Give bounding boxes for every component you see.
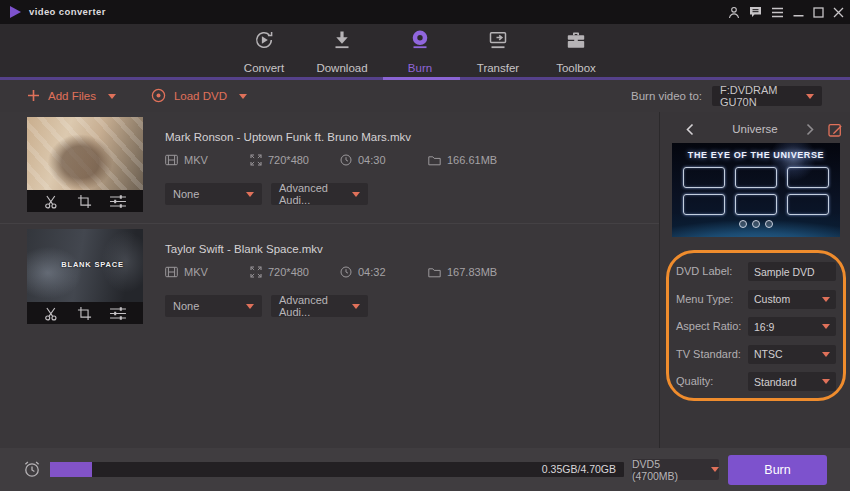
menu-type-dropdown[interactable]: Custom [748, 290, 836, 309]
subtitle-dropdown[interactable]: None [165, 183, 262, 205]
burn-to-label: Burn video to: [631, 90, 702, 102]
toolbox-icon [563, 27, 589, 57]
quality-label: Quality: [676, 375, 713, 387]
format-icon [165, 266, 178, 278]
dvd-label-input[interactable]: Sample DVD [748, 262, 836, 281]
dvd-label-value: Sample DVD [754, 266, 815, 278]
file-row[interactable]: Mark Ronson - Uptown Funk ft. Bruno Mars… [0, 112, 659, 224]
title-bar: video converter [0, 0, 850, 24]
quality-caret-icon [822, 379, 830, 384]
quality-dropdown[interactable]: Standard [748, 372, 836, 391]
file-title: Taylor Swift - Blank Space.mkv [165, 243, 323, 255]
disc-type-caret-icon [711, 467, 719, 472]
file-duration: 04:32 [358, 266, 386, 278]
tv-standard-dropdown[interactable]: NTSC [748, 345, 836, 364]
menu-type-caret-icon [822, 297, 830, 302]
folder-icon [428, 267, 441, 278]
template-edit-icon[interactable] [828, 122, 843, 137]
menu-type-label: Menu Type: [676, 293, 733, 305]
add-files-label: Add Files [48, 90, 96, 102]
record-disc-icon [151, 88, 166, 105]
tv-standard-value: NTSC [754, 348, 783, 360]
trim-icon[interactable] [43, 305, 60, 322]
active-tab-underline [383, 77, 460, 80]
file-size: 166.61MB [447, 154, 497, 166]
disc-type-dropdown[interactable]: DVD5 (4700MB) [632, 459, 719, 480]
audio-caret-icon [352, 304, 360, 309]
crop-icon[interactable] [77, 194, 92, 209]
load-dvd-label: Load DVD [174, 90, 227, 102]
menu-nav-dot [739, 220, 747, 228]
template-name: Universe [660, 117, 850, 141]
account-icon[interactable] [728, 6, 740, 19]
app-window: video converter [0, 0, 850, 491]
minimize-button[interactable] [793, 7, 804, 18]
plus-icon [27, 89, 40, 104]
file-row[interactable]: BLANK SPACE Taylor Swift - Blank Space.m… [0, 224, 659, 336]
file-format: MKV [184, 154, 208, 166]
audio-dropdown[interactable]: Advanced Audi... [271, 295, 368, 317]
effects-icon[interactable] [109, 306, 127, 321]
convert-icon [251, 27, 277, 57]
audio-dropdown-value: Advanced Audi... [279, 294, 352, 318]
video-thumbnail[interactable]: BLANK SPACE [27, 229, 143, 324]
thumbnail-image [27, 117, 143, 190]
menu-frame [683, 167, 725, 188]
burn-disc-icon [407, 27, 433, 57]
disc-type-value: DVD5 (4700MB) [632, 458, 705, 482]
dvd-menu-preview[interactable]: THE EYE OF THE UNIVERSE [672, 143, 840, 237]
resolution-icon [250, 266, 262, 278]
bottom-bar: 0.35GB/4.70GB DVD5 (4700MB) Burn [0, 448, 850, 491]
audio-dropdown[interactable]: Advanced Audi... [271, 183, 368, 205]
tab-convert-label: Convert [244, 62, 284, 74]
tab-transfer[interactable]: Transfer [459, 24, 537, 77]
burn-progress-fill [50, 462, 92, 477]
tab-burn-label: Burn [408, 62, 432, 74]
resolution-icon [250, 154, 262, 166]
aspect-ratio-caret-icon [822, 324, 830, 329]
aspect-ratio-label: Aspect Ratio: [676, 320, 741, 332]
load-dvd-button[interactable]: Load DVD [151, 88, 247, 105]
thumbnail-caption: BLANK SPACE [61, 260, 123, 269]
add-files-caret-icon[interactable] [108, 94, 116, 99]
format-icon [165, 154, 178, 166]
file-duration: 04:30 [358, 154, 386, 166]
effects-icon[interactable] [109, 194, 127, 209]
menu-nav-dot [765, 220, 773, 228]
feedback-icon[interactable] [749, 6, 762, 18]
menu-frame [787, 194, 829, 215]
crop-icon[interactable] [77, 306, 92, 321]
tab-download[interactable]: Download [303, 24, 381, 77]
add-files-button[interactable]: Add Files [27, 89, 116, 104]
subtitle-caret-icon [246, 192, 254, 197]
burn-button[interactable]: Burn [728, 455, 827, 485]
duration-icon [340, 154, 352, 166]
tv-standard-label: TV Standard: [676, 348, 741, 360]
template-next-icon[interactable] [806, 123, 814, 136]
video-thumbnail[interactable] [27, 117, 143, 212]
tab-toolbox[interactable]: Toolbox [537, 24, 615, 77]
subtitle-dropdown-value: None [173, 300, 199, 312]
tab-toolbox-label: Toolbox [556, 62, 596, 74]
file-size: 167.83MB [447, 266, 497, 278]
dvd-menu-title: THE EYE OF THE UNIVERSE [672, 150, 840, 160]
subtitle-dropdown[interactable]: None [165, 295, 262, 317]
tab-burn[interactable]: Burn [381, 24, 459, 77]
load-dvd-caret-icon[interactable] [239, 94, 247, 99]
burn-to-select[interactable]: F:DVDRAM GU70N [712, 86, 822, 106]
aspect-ratio-dropdown[interactable]: 16:9 [748, 317, 836, 336]
tab-convert[interactable]: Convert [225, 24, 303, 77]
trim-icon[interactable] [43, 193, 60, 210]
close-button[interactable] [833, 7, 844, 18]
file-title: Mark Ronson - Uptown Funk ft. Bruno Mars… [165, 131, 411, 143]
menu-type-value: Custom [754, 293, 790, 305]
maximize-button[interactable] [813, 7, 824, 18]
capacity-progress-bar: 0.35GB/4.70GB [50, 462, 624, 477]
file-resolution: 720*480 [268, 266, 309, 278]
menu-icon[interactable] [771, 7, 784, 18]
duration-icon [340, 266, 352, 278]
thumbnail-image: BLANK SPACE [27, 229, 143, 302]
file-resolution: 720*480 [268, 154, 309, 166]
menu-frame [735, 194, 777, 215]
download-icon [329, 27, 355, 57]
